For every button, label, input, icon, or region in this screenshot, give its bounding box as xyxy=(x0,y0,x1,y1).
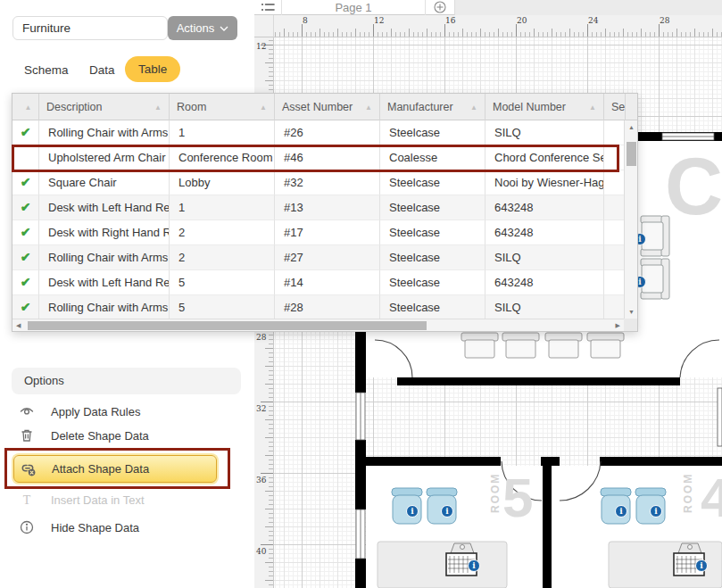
sort-icon: ▲ xyxy=(360,104,372,112)
scroll-up-icon[interactable]: ▲ xyxy=(625,124,638,130)
table-cell[interactable]: Chord Conference Seat... xyxy=(485,145,604,170)
column-header-status[interactable]: ▲ xyxy=(12,94,39,120)
table-cell[interactable]: Coalesse xyxy=(380,145,485,170)
table-vertical-scrollbar[interactable]: ▲ ▼ xyxy=(624,120,637,319)
tab-table[interactable]: Table xyxy=(125,56,180,82)
table-cell[interactable]: 1 xyxy=(170,120,275,145)
scroll-left-icon[interactable]: ◀ xyxy=(16,322,21,329)
table-cell[interactable]: Nooi by Wiesner-Hager xyxy=(485,170,604,195)
table-cell[interactable]: Rolling Chair with Arms... xyxy=(39,245,170,270)
table-cell[interactable]: Rolling Chair with Arms... xyxy=(39,295,170,320)
table-cell[interactable] xyxy=(604,120,626,145)
table-cell[interactable]: Steelcase xyxy=(380,245,485,270)
table-cell[interactable]: Desk with Right Hand R... xyxy=(39,220,170,245)
column-header-description[interactable]: Description▲ xyxy=(39,94,170,120)
table-cell[interactable]: #46 xyxy=(275,145,380,170)
dataset-name-input[interactable] xyxy=(12,16,168,40)
tab-schema[interactable]: Schema xyxy=(24,63,69,77)
info-badge-icon[interactable]: i xyxy=(442,506,453,518)
table-cell[interactable]: Desk with Left Hand Re... xyxy=(39,195,170,220)
info-badge-icon[interactable]: i xyxy=(651,506,662,518)
table-cell[interactable] xyxy=(604,195,626,220)
table-row[interactable]: ✔Rolling Chair with Arms...5#28Steelcase… xyxy=(12,295,637,320)
table-cell[interactable]: Steelcase xyxy=(380,295,485,320)
table-cell[interactable]: Conference Room xyxy=(170,145,275,170)
sort-icon: ▲ xyxy=(584,104,596,112)
column-header-model-number[interactable]: Model Number▲ xyxy=(485,94,604,120)
column-header-se[interactable]: Se xyxy=(604,94,626,120)
ruler-label: 20 xyxy=(517,16,527,25)
table-cell[interactable] xyxy=(604,170,626,195)
table-cell[interactable]: 643248 xyxy=(485,220,604,245)
table-row[interactable]: ✔Desk with Left Hand Re...5#14Steelcase6… xyxy=(12,270,637,295)
table-row[interactable]: ✔Desk with Right Hand R...2#17Steelcase6… xyxy=(12,220,637,245)
page-list-icon[interactable] xyxy=(254,0,281,15)
scroll-right-icon[interactable]: ▶ xyxy=(616,322,620,329)
table-cell[interactable]: Square Chair xyxy=(39,170,170,195)
insert-text-icon: T xyxy=(19,492,35,508)
table-cell[interactable]: #13 xyxy=(275,195,380,220)
table-cell[interactable]: Steelcase xyxy=(380,220,485,245)
actions-button[interactable]: Actions xyxy=(168,16,237,40)
sort-icon: ▲ xyxy=(465,104,477,112)
table-horizontal-scrollbar[interactable]: ◀ ▶ xyxy=(12,319,626,331)
scroll-down-icon[interactable]: ▼ xyxy=(625,309,638,315)
info-badge-icon[interactable]: i xyxy=(407,506,419,518)
table-row[interactable]: ✔Desk with Left Hand Re...1#13Steelcase6… xyxy=(12,195,637,220)
table-cell[interactable]: #14 xyxy=(275,270,380,295)
options-header: Options xyxy=(12,368,241,394)
table-cell[interactable]: 1 xyxy=(170,195,275,220)
table-cell[interactable] xyxy=(604,220,626,245)
option-attach-shape-data[interactable]: Attach Shape Data xyxy=(13,455,217,483)
table-cell[interactable]: Lobby xyxy=(170,170,275,195)
option-hide-shape-data[interactable]: Hide Shape Data xyxy=(0,516,254,539)
table-row[interactable]: ✔Square ChairLobby#32SteelcaseNooi by Wi… xyxy=(12,170,637,195)
add-page-icon[interactable] xyxy=(426,0,454,15)
table-cell[interactable] xyxy=(604,145,626,170)
table-cell[interactable] xyxy=(604,270,626,295)
info-badge-icon[interactable]: i xyxy=(469,560,480,572)
check-icon: ✔ xyxy=(12,245,39,270)
table-cell[interactable]: #26 xyxy=(275,120,380,145)
table-cell[interactable]: Upholstered Arm Chair xyxy=(39,145,170,170)
column-header-room[interactable]: Room▲ xyxy=(170,94,275,120)
option-apply-data-rules[interactable]: Apply Data Rules xyxy=(0,400,254,423)
svg-text:T: T xyxy=(23,493,31,507)
info-badge-icon[interactable]: i xyxy=(616,506,627,518)
page-tab[interactable]: Page 1 xyxy=(281,0,426,15)
table-cell[interactable]: 2 xyxy=(170,220,275,245)
table-cell[interactable]: 643248 xyxy=(485,195,604,220)
ruler-label: 12 xyxy=(256,42,266,51)
ruler-label: 16 xyxy=(445,16,455,25)
table-cell[interactable]: SILQ xyxy=(485,120,604,145)
table-cell[interactable]: Steelcase xyxy=(380,195,485,220)
table-cell[interactable]: #32 xyxy=(275,170,380,195)
table-cell[interactable] xyxy=(604,295,626,320)
column-header-manufacturer[interactable]: Manufacturer▲ xyxy=(380,94,485,120)
table-row[interactable]: Upholstered Arm ChairConference Room#46C… xyxy=(12,145,637,170)
table-row[interactable]: ✔Rolling Chair with Arms...1#26Steelcase… xyxy=(12,120,637,145)
table-cell[interactable]: SILQ xyxy=(485,295,604,320)
table-cell[interactable]: 2 xyxy=(170,245,275,270)
room-5-number: 5 xyxy=(502,467,533,528)
table-cell[interactable]: #28 xyxy=(275,295,380,320)
table-row[interactable]: ✔Rolling Chair with Arms...2#27Steelcase… xyxy=(12,245,637,270)
table-cell[interactable]: 5 xyxy=(170,295,275,320)
table-cell[interactable]: Steelcase xyxy=(380,270,485,295)
horizontal-scroll-thumb[interactable] xyxy=(28,321,427,330)
table-cell[interactable]: Desk with Left Hand Re... xyxy=(39,270,170,295)
column-header-asset-number[interactable]: Asset Number▲ xyxy=(275,94,380,120)
table-cell[interactable]: #27 xyxy=(275,245,380,270)
option-delete-shape-data[interactable]: Delete Shape Data xyxy=(0,424,254,447)
table-cell[interactable]: 5 xyxy=(170,270,275,295)
table-cell[interactable]: Rolling Chair with Arms... xyxy=(39,120,170,145)
table-cell[interactable]: Steelcase xyxy=(380,120,485,145)
vertical-scroll-thumb[interactable] xyxy=(627,142,636,166)
info-badge-icon[interactable]: i xyxy=(696,560,708,572)
table-cell[interactable]: Steelcase xyxy=(380,170,485,195)
table-cell[interactable]: 643248 xyxy=(485,270,604,295)
table-cell[interactable] xyxy=(604,245,626,270)
table-cell[interactable]: #17 xyxy=(275,220,380,245)
table-cell[interactable]: SILQ xyxy=(485,245,604,270)
tab-data[interactable]: Data xyxy=(89,63,115,77)
